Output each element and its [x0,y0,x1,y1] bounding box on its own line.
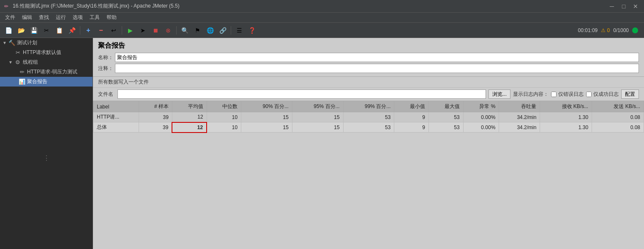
table-header-row: Label # 样本 平均值 中位数 90% 百分... 95% 百分... 9… [93,101,644,112]
browse-button[interactable]: 浏览... [488,89,510,99]
aggregate-report-icon: 📊 [19,78,25,85]
toolbar-save[interactable]: 💾 [28,24,40,36]
comment-input[interactable] [115,64,639,73]
toolbar-remove[interactable]: − [95,24,107,36]
restore-button[interactable]: □ [619,2,628,11]
table-cell: 1.30 [540,112,592,122]
toolbar-paste[interactable]: 📌 [66,24,78,36]
menu-options[interactable]: 选项 [69,13,86,22]
table-cell: 0.00% [463,112,499,122]
table-cell: 39 [139,112,172,122]
app-icon: ✏ [4,3,10,9]
table-cell: 9 [394,112,429,122]
error-log-group: 仅错误日志 [551,91,584,98]
table-cell: 9 [394,122,429,133]
col-avg: 平均值 [172,101,207,112]
col-recv: 接收 KB/s... [540,101,592,112]
panel-header: 聚合报告 名称： 注释： [93,38,644,77]
toolbar-cut[interactable]: ✂ [41,24,52,36]
sidebar-item-label-5: 聚合报告 [27,78,47,85]
section-text: 所有数据写入一个文件 [98,79,149,85]
status-dot [632,27,638,33]
table-cell: 53 [343,122,394,133]
table-cell: 39 [139,122,172,133]
title-bar-left: ✏ 16.性能测试.jmx (F:\JMeter_Study\16.性能测试.j… [4,3,180,10]
menu-help[interactable]: 帮助 [103,13,120,22]
toolbar-list[interactable]: ☰ [233,24,245,36]
col-min: 最小值 [394,101,429,112]
table-cell: 10 [207,122,241,133]
toolbar-flag[interactable]: ⚑ [191,24,203,36]
menu-file[interactable]: 文件 [2,13,19,22]
sidebar-item-thread-group[interactable]: ▼ ⚙ 线程组 [0,57,93,67]
toolbar-new[interactable]: 📄 [3,24,14,36]
toolbar-cursor[interactable]: ➤ [137,24,149,36]
toolbar: 📄 📂 💾 ✂ 📋 📌 + − ↩ ▶ ➤ ⏹ ⊗ 🔍 ⚑ 🌐 🔗 ☰ ❓ 00… [0,23,644,38]
minimize-button[interactable]: ─ [608,2,616,11]
col-p99: 99% 百分... [343,101,394,112]
log-content-label: 显示日志内容： [513,91,548,98]
toolbar-separator-1 [80,26,80,35]
table-cell: 53 [343,112,394,122]
menu-tools[interactable]: 工具 [86,13,103,22]
main-layout: ▼ 🔨 测试计划 ▼ ✂ HTTP请求默认值 ▼ ⚙ 线程组 ▼ ✏ HTTP请… [0,38,644,249]
toolbar-stop[interactable]: ⏹ [150,24,161,36]
table-cell: 34.2/min [499,122,540,133]
error-log-checkbox[interactable] [551,92,557,97]
toolbar-network[interactable]: 🌐 [204,24,216,36]
toolbar-open[interactable]: 📂 [15,24,27,36]
col-samples: # 样本 [139,101,172,112]
name-input[interactable] [115,53,639,62]
table-cell: 0.08 [592,122,644,133]
toggle-icon: ▼ [3,41,7,45]
sidebar-item-label-2: HTTP请求默认值 [23,49,61,56]
table-cell: 34.2/min [499,112,540,122]
success-log-group: 仅成功日志 [586,91,619,98]
sidebar-item-aggregate-report[interactable]: ▼ 📊 聚合报告 [0,77,93,87]
table-cell: 15 [292,112,343,122]
sidebar-item-label-3: 线程组 [23,59,38,66]
col-median: 中位数 [207,101,241,112]
http-request-icon: ✏ [19,69,25,76]
status-warning: ⚠ 0 [601,27,610,33]
toolbar-help[interactable]: ❓ [246,24,258,36]
col-max: 最大值 [428,101,463,112]
toolbar-start[interactable]: ▶ [124,24,136,36]
toolbar-add[interactable]: + [82,24,94,36]
config-button[interactable]: 配置 [621,89,639,99]
file-input[interactable] [117,89,486,99]
close-button[interactable]: ✕ [631,2,640,11]
table-cell: 0.08 [592,112,644,122]
success-log-checkbox[interactable] [586,92,592,97]
toolbar-link[interactable]: 🔗 [217,24,229,36]
sidebar-item-test-plan[interactable]: ▼ 🔨 测试计划 [0,38,93,48]
title-bar-text: 16.性能测试.jmx (F:\JMeter_Study\16.性能测试.jmx… [13,3,180,10]
content-area: 聚合报告 名称： 注释： 所有数据写入一个文件 文件名 浏览... 显示日志内容… [93,38,644,249]
sidebar-resize-handle[interactable]: ⋮ [0,154,93,162]
sidebar-item-http-request[interactable]: ▼ ✏ HTTP请求-弱压力测试 [0,67,93,77]
menu-run[interactable]: 运行 [52,13,69,22]
toolbar-clear[interactable]: ⊗ [162,24,174,36]
comment-label: 注释： [98,65,115,72]
table-cell: 12 [172,112,207,122]
title-bar: ✏ 16.性能测试.jmx (F:\JMeter_Study\16.性能测试.j… [0,0,644,13]
menu-edit[interactable]: 编辑 [19,13,35,22]
toolbar-browse[interactable]: 🔍 [179,24,191,36]
table-row: HTTP请...3912101515539530.00%34.2/min1.30… [93,112,644,122]
sidebar-item-label-4: HTTP请求-弱压力测试 [27,68,77,76]
menu-search[interactable]: 查找 [35,13,52,22]
table-cell: 15 [292,122,343,133]
sidebar-item-http-defaults[interactable]: ▼ ✂ HTTP请求默认值 [0,48,93,57]
col-send: 发送 KB/s... [592,101,644,112]
dots-icon: ⋮ [42,154,51,162]
toolbar-undo[interactable]: ↩ [108,24,120,36]
sidebar: ▼ 🔨 测试计划 ▼ ✂ HTTP请求默认值 ▼ ⚙ 线程组 ▼ ✏ HTTP请… [0,38,93,249]
toolbar-copy[interactable]: 📋 [53,24,65,36]
comment-row: 注释： [98,64,639,73]
sidebar-item-label: 测试计划 [17,39,37,46]
file-label: 文件名 [98,91,115,98]
table-cell: 总体 [93,122,139,133]
table-cell: 12 [172,122,207,133]
aggregate-table: Label # 样本 平均值 中位数 90% 百分... 95% 百分... 9… [93,101,644,133]
table-cell: HTTP请... [93,112,139,122]
